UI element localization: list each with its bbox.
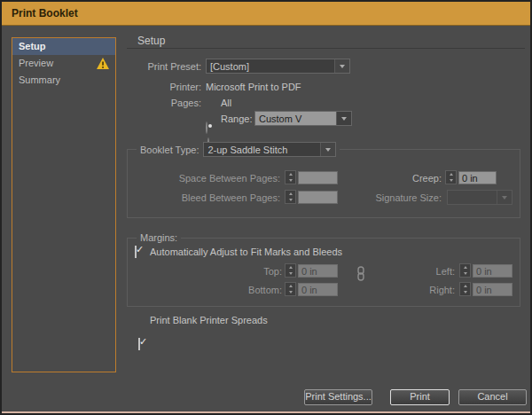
stepper-up-icon — [286, 171, 295, 177]
signature-size-select — [447, 190, 512, 205]
print-settings-button[interactable]: Print Settings... — [304, 389, 372, 405]
pages-all-radio[interactable] — [206, 121, 207, 134]
pages-label: Pages: — [77, 98, 201, 108]
section-divider — [127, 48, 525, 49]
pages-range-value: Custom V — [255, 112, 336, 125]
creep-input[interactable] — [458, 171, 497, 184]
stepper-down-icon — [286, 270, 295, 277]
margin-top-input[interactable] — [298, 264, 338, 278]
margin-bottom-label: Bottom: — [193, 285, 282, 295]
print-button[interactable]: Print — [390, 389, 450, 405]
print-preset-value: [Custom] — [207, 59, 334, 73]
margins-group: Margins: Automatically Adjust to Fit Mar… — [127, 238, 520, 307]
margin-right-stepper[interactable] — [459, 282, 471, 296]
margin-top-label: Top: — [193, 266, 282, 277]
margin-right-input[interactable] — [473, 283, 512, 296]
booklet-type-legend: Booklet Type: 2-up Saddle Stitch — [137, 142, 340, 157]
stepper-down-icon — [446, 177, 456, 184]
auto-adjust-checkbox[interactable] — [135, 246, 137, 258]
margin-bottom-input[interactable] — [298, 283, 338, 296]
window-title: Print Booklet — [12, 7, 78, 20]
signature-size-label: Signature Size: — [353, 192, 442, 203]
printer-label: Printer: — [77, 82, 201, 92]
stepper-up-icon — [460, 264, 470, 270]
booklet-type-label: Booklet Type: — [140, 145, 199, 155]
booklet-type-select[interactable]: 2-up Saddle Stitch — [203, 142, 336, 157]
sidebar-item-label: Preview — [19, 58, 53, 68]
chevron-down-icon — [320, 143, 335, 156]
signature-size-value — [448, 191, 497, 204]
pages-all-label: All — [221, 98, 231, 108]
bleed-between-pages-input[interactable] — [298, 191, 338, 204]
chevron-down-icon — [336, 112, 351, 125]
margins-legend: Margins: — [137, 232, 181, 243]
cancel-button[interactable]: Cancel — [458, 389, 527, 405]
bleed-between-pages-label: Bleed Between Pages: — [128, 192, 280, 203]
print-blank-spreads-label: Print Blank Printer Spreads — [150, 315, 268, 325]
chevron-down-icon — [497, 191, 512, 204]
margin-right-label: Right: — [384, 285, 455, 295]
stepper-down-icon — [460, 270, 470, 277]
print-booklet-dialog: Print Booklet Setup Preview Summary Setu… — [0, 0, 532, 415]
margin-top-stepper[interactable] — [285, 263, 296, 278]
stepper-up-icon — [286, 264, 295, 270]
window-bottom-edge — [2, 411, 530, 413]
space-between-pages-label: Space Between Pages: — [128, 173, 280, 184]
titlebar[interactable]: Print Booklet — [2, 2, 530, 26]
stepper-up-icon — [286, 191, 295, 197]
space-between-pages-stepper[interactable] — [285, 170, 296, 184]
margins-label: Margins: — [140, 232, 177, 243]
creep-stepper[interactable] — [445, 170, 457, 184]
space-between-pages-input[interactable] — [298, 171, 338, 184]
stepper-down-icon — [286, 289, 295, 295]
pages-range-select[interactable]: Custom V — [254, 111, 352, 126]
margin-left-stepper[interactable] — [459, 263, 471, 278]
print-preset-label: Print Preset: — [77, 61, 201, 72]
stepper-up-icon — [286, 283, 295, 289]
stepper-down-icon — [286, 197, 295, 203]
stepper-up-icon — [446, 171, 456, 177]
margin-left-input[interactable] — [473, 264, 512, 278]
margin-bottom-stepper[interactable] — [285, 282, 296, 296]
booklet-type-group: Booklet Type: 2-up Saddle Stitch Space B… — [127, 149, 520, 218]
sidebar-item-setup[interactable]: Setup — [12, 38, 115, 55]
stepper-down-icon — [286, 177, 295, 184]
page-title: Setup — [137, 35, 165, 47]
print-blank-spreads-checkbox[interactable] — [138, 338, 140, 350]
printer-value: Microsoft Print to PDF — [206, 82, 301, 92]
stepper-up-icon — [460, 283, 470, 289]
auto-adjust-label: Automatically Adjust to Fit Marks and Bl… — [150, 247, 342, 257]
booklet-type-value: 2-up Saddle Stitch — [204, 143, 320, 156]
stepper-down-icon — [460, 289, 470, 295]
creep-label: Creep: — [353, 173, 442, 184]
chevron-down-icon — [334, 59, 349, 73]
print-preset-select[interactable]: [Custom] — [206, 59, 350, 74]
bleed-between-pages-stepper[interactable] — [285, 190, 296, 204]
sidebar-item-label: Setup — [19, 41, 46, 51]
link-icon[interactable] — [356, 266, 366, 281]
sidebar-item-label: Summary — [19, 74, 60, 85]
margin-left-label: Left: — [384, 266, 455, 277]
pages-range-label: Range: — [221, 114, 252, 124]
